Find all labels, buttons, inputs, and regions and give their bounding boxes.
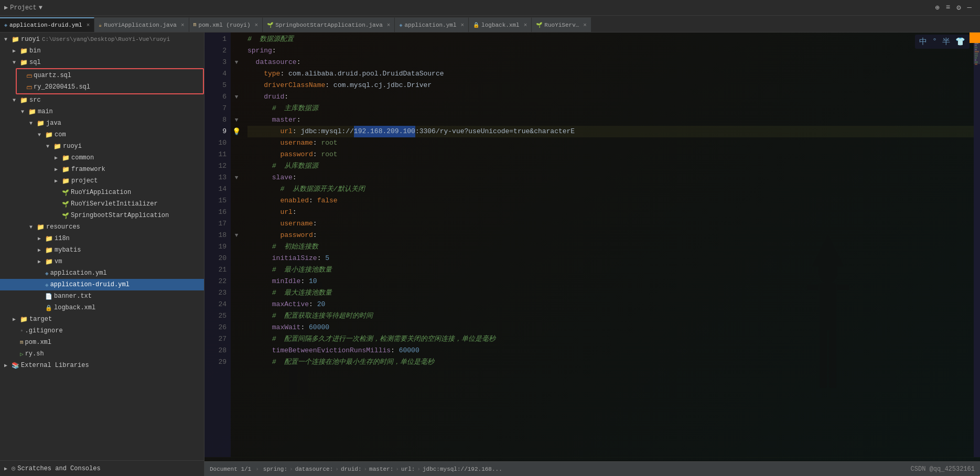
title-bar: ▶ Project ▼ ⊕ ≡ ⚙ — xyxy=(0,0,980,16)
shirt-icon[interactable]: 👕 xyxy=(954,36,966,48)
folder-icon-com: 📁 xyxy=(45,131,53,139)
sync-icon[interactable]: ⊕ xyxy=(935,3,939,12)
tab-bar: ◈ application-druid.yml × ☕ RuoYiApplica… xyxy=(0,16,980,33)
sidebar-item-common[interactable]: ▶ 📁 common xyxy=(0,152,204,164)
sidebar-item-banner[interactable]: ▶ 📄 banner.txt xyxy=(0,290,204,302)
code-content[interactable]: # 数据源配置 spring: datasource: type: com.al… xyxy=(242,33,974,457)
sidebar-item-mybatis[interactable]: ▶ 📁 mybatis xyxy=(0,244,204,256)
target-label: target xyxy=(29,316,52,323)
sidebar-item-app-yml[interactable]: ▶ ◈ application.yml xyxy=(0,267,204,279)
tab-ruoyi-app[interactable]: ☕ RuoYiApplication.java × xyxy=(94,17,189,32)
tab-close-icon[interactable]: × xyxy=(87,22,90,28)
tab-springboot[interactable]: 🌱 SpringbootStartApplication.java × xyxy=(263,17,395,32)
warning-icon-9[interactable]: 💡 xyxy=(232,127,241,136)
folder-icon-sql: 📁 xyxy=(20,59,28,67)
mybatis-label: mybatis xyxy=(55,246,81,254)
crumb-master[interactable]: master: xyxy=(369,466,393,472)
half-char-icon[interactable]: 半 xyxy=(941,36,951,48)
tab-close-icon[interactable]: × xyxy=(583,22,587,28)
settings-icon[interactable]: ⚙ xyxy=(956,3,961,12)
crumb-spring[interactable]: spring: xyxy=(263,466,287,472)
code-line-23: # 最大连接池数量 xyxy=(247,287,974,299)
tab-close-icon[interactable]: × xyxy=(461,22,465,28)
sidebar-item-framework[interactable]: ▶ 📁 framework xyxy=(0,164,204,175)
sidebar-item-ext-libs[interactable]: ▶ 📚 External Libraries xyxy=(0,360,204,371)
tree-arrow-mybatis: ▶ xyxy=(38,247,45,253)
tab-pom[interactable]: m pom.xml (ruoyi) × xyxy=(189,17,263,32)
sidebar-item-logback[interactable]: ▶ 🔒 logback.xml xyxy=(0,302,204,313)
sidebar-item-project[interactable]: ▶ 📁 project xyxy=(0,175,204,187)
fold-arrow-13[interactable]: ▼ xyxy=(235,175,239,181)
root-path: C:\Users\yang\Desktop\RuoYi-Vue\ruoyi xyxy=(42,36,170,42)
sidebar-item-springboot-app[interactable]: ▶ 🌱 SpringbootStartApplication xyxy=(0,210,204,221)
sidebar-item-vm[interactable]: ▶ 📁 vm xyxy=(0,256,204,267)
code-line-4: type: com.alibaba.druid.pool.DruidDataSo… xyxy=(247,68,974,80)
sidebar-item-sql[interactable]: ▼ 📁 sql xyxy=(0,57,204,68)
crumb-jdbc[interactable]: jdbc:mysql://192.168... xyxy=(423,466,502,472)
chinese-char-icon[interactable]: 中 xyxy=(918,36,928,48)
sidebar-item-root[interactable]: ▼ 📁 ruoyi C:\Users\yang\Desktop\RuoYi-Vu… xyxy=(0,34,204,45)
sidebar-item-i18n[interactable]: ▶ 📁 i18n xyxy=(0,233,204,244)
sidebar: ▼ 📁 ruoyi C:\Users\yang\Desktop\RuoYi-Vu… xyxy=(0,33,204,476)
editor-panel: 中 ° 半 👕 1 2 3 4 5 6 7 8 9 10 11 12 13 14 xyxy=(204,33,980,476)
folder-icon-common: 📁 xyxy=(62,154,70,162)
sidebar-item-src[interactable]: ▼ 📁 src xyxy=(0,94,204,106)
tab-label: RuoYiServ… xyxy=(544,22,579,28)
sidebar-item-main[interactable]: ▼ 📁 main xyxy=(0,106,204,117)
sidebar-item-servlet[interactable]: ▶ 🌱 RuoYiServletInitializer xyxy=(0,198,204,210)
tab-logback[interactable]: 🔒 logback.xml × xyxy=(469,17,532,32)
minimize-icon[interactable]: — xyxy=(967,3,972,12)
sidebar-item-pom[interactable]: ▶ m pom.xml xyxy=(0,337,204,348)
tab-application-druid[interactable]: ◈ application-druid.yml × xyxy=(0,17,94,32)
tree-arrow-root: ▼ xyxy=(4,37,12,42)
crumb-druid[interactable]: druid: xyxy=(341,466,362,472)
sql-file-icon: 🗃 xyxy=(26,72,32,79)
code-line-16: url: xyxy=(247,207,974,218)
tab-close-icon[interactable]: × xyxy=(524,22,527,28)
sidebar-item-app-druid-yml[interactable]: ▶ ◈ application-druid.yml xyxy=(0,279,204,290)
bin-label: bin xyxy=(29,47,41,55)
sidebar-item-java[interactable]: ▼ 📁 java xyxy=(0,117,204,129)
sidebar-item-resources[interactable]: ▼ 📁 resources xyxy=(0,221,204,233)
scratches-item[interactable]: ▶ ◎ Scratches and Consoles xyxy=(0,460,204,476)
line-numbers: 1 2 3 4 5 6 7 8 9 10 11 12 13 14 15 16 1… xyxy=(204,33,231,457)
code-line-6: druid: xyxy=(247,91,974,103)
springboot-app-label: SpringbootStartApplication xyxy=(71,212,169,219)
tab-ruoyi-serv[interactable]: 🌱 RuoYiServ… × xyxy=(532,17,591,32)
code-line-10: username: root xyxy=(247,137,974,149)
tree-arrow-vm: ▶ xyxy=(38,258,45,265)
sidebar-item-ry-sh[interactable]: ▶ ▷ ry.sh xyxy=(0,348,204,360)
gitignore-label: .gitignore xyxy=(25,327,63,334)
sidebar-item-quartz-sql[interactable]: ▶ 🗃 quartz.sql xyxy=(17,70,203,81)
code-line-14: # 从数据源开关/默认关闭 xyxy=(247,183,974,195)
tab-close-icon[interactable]: × xyxy=(181,22,185,28)
root-label: ruoyi xyxy=(21,36,40,43)
folder-icon-java: 📁 xyxy=(37,120,45,127)
sidebar-item-ry-sql[interactable]: ▶ 🗃 ry_20200415.sql xyxy=(17,81,203,93)
layout-icon[interactable]: ≡ xyxy=(946,3,950,12)
sidebar-item-gitignore[interactable]: ▶ ◦ .gitignore xyxy=(0,325,204,337)
sidebar-item-bin[interactable]: ▶ 📁 bin xyxy=(0,45,204,57)
code-line-9: url: jdbc:mysql://192.168.209.100:3306/r… xyxy=(247,126,974,137)
sidebar-item-ruoyi-pkg[interactable]: ▼ 📁 ruoyi xyxy=(0,140,204,152)
code-area[interactable]: 1 2 3 4 5 6 7 8 9 10 11 12 13 14 15 16 1… xyxy=(204,33,980,457)
degree-icon[interactable]: ° xyxy=(931,36,938,47)
crumb-datasource[interactable]: datasource: xyxy=(295,466,333,472)
i18n-label: i18n xyxy=(55,235,70,242)
fold-arrow-8[interactable]: ▼ xyxy=(235,117,239,123)
txt-file-icon: 📄 xyxy=(45,293,52,300)
fold-arrow-3[interactable]: ▼ xyxy=(235,59,239,66)
sidebar-item-target[interactable]: ▶ 📁 target xyxy=(0,313,204,325)
minimap[interactable] xyxy=(974,33,980,457)
logback-label: logback.xml xyxy=(54,304,95,311)
tab-close-icon[interactable]: × xyxy=(255,22,259,28)
sidebar-item-ruoyi-app[interactable]: ▶ 🌱 RuoYiApplication xyxy=(0,187,204,198)
crumb-url[interactable]: url: xyxy=(401,466,415,472)
fold-arrow-6[interactable]: ▼ xyxy=(235,94,239,100)
tree-arrow-main: ▼ xyxy=(21,109,28,115)
sidebar-item-com[interactable]: ▼ 📁 com xyxy=(0,129,204,140)
tab-close-icon[interactable]: × xyxy=(387,22,391,28)
tab-application[interactable]: ◈ application.yml × xyxy=(395,17,469,32)
fold-arrow-18[interactable]: ▼ xyxy=(235,232,239,239)
title-project-label[interactable]: Project xyxy=(10,4,36,12)
